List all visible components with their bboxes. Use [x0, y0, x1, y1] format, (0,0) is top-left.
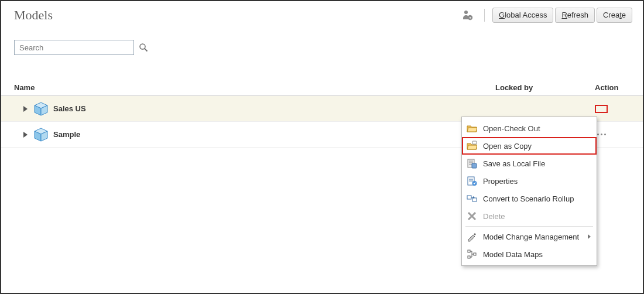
delete-icon [467, 211, 477, 221]
menu-label: Open as Copy [483, 142, 591, 151]
menu-save-local-file[interactable]: Save as Local File [462, 155, 597, 172]
menu-label: Convert to Scenario Rollup [483, 194, 591, 203]
folder-open-icon [467, 123, 477, 134]
page-title: Models [14, 8, 53, 23]
menu-open-check-out[interactable]: Open-Check Out [462, 119, 597, 137]
model-cube-icon [33, 101, 49, 117]
row-label[interactable]: Sales US [53, 104, 495, 113]
data-maps-icon [467, 249, 477, 259]
refresh-button[interactable]: Refresh [555, 8, 595, 23]
menu-label: Delete [483, 212, 591, 221]
header-divider [484, 9, 485, 22]
svg-rect-16 [472, 163, 477, 168]
menu-open-as-copy[interactable]: Open as Copy [462, 137, 597, 155]
svg-rect-21 [467, 196, 471, 199]
create-button[interactable]: Create [597, 8, 632, 23]
column-header-locked-by[interactable]: Locked by [495, 83, 595, 92]
global-access-button[interactable]: Global Access [492, 8, 553, 23]
column-header-name[interactable]: Name [14, 83, 495, 92]
search-row [1, 27, 643, 55]
convert-icon [467, 193, 477, 204]
expand-caret-icon[interactable] [23, 132, 28, 138]
model-cube-icon [33, 127, 49, 142]
folder-copy-icon [467, 141, 477, 151]
search-input[interactable] [14, 40, 134, 55]
menu-label: Properties [483, 177, 591, 186]
svg-text:?: ? [469, 16, 471, 20]
menu-convert-scenario-rollup[interactable]: Convert to Scenario Rollup [462, 190, 597, 207]
svg-line-4 [145, 49, 148, 52]
row-action-cell [595, 131, 630, 139]
row-actions-menu-button[interactable] [595, 105, 608, 113]
column-header-action: Action [595, 83, 630, 92]
page-header: Models ? Global Access Refresh Create [1, 1, 643, 27]
search-button[interactable] [136, 40, 150, 54]
submenu-arrow-icon [588, 234, 591, 239]
menu-label: Open-Check Out [483, 124, 591, 133]
save-file-icon [467, 158, 477, 169]
svg-point-3 [140, 44, 145, 49]
search-icon [139, 43, 148, 52]
menu-divider [465, 226, 593, 227]
table-header-row: Name Locked by Action [1, 80, 643, 96]
expand-caret-icon[interactable] [23, 106, 28, 112]
menu-label: Model Change Management [483, 233, 584, 241]
row-context-menu: Open-Check Out Open as Copy Save as Loca… [461, 117, 597, 266]
row-action-cell [595, 105, 630, 113]
svg-rect-26 [468, 256, 470, 258]
properties-icon [467, 176, 477, 186]
pencil-icon [467, 231, 477, 242]
row-label[interactable]: Sample [53, 130, 495, 139]
menu-delete: Delete [462, 207, 597, 225]
svg-rect-25 [468, 250, 470, 252]
svg-rect-27 [474, 253, 476, 255]
user-help-icon[interactable]: ? [462, 9, 474, 21]
menu-properties[interactable]: Properties [462, 172, 597, 190]
menu-label: Save as Local File [483, 159, 591, 168]
menu-label: Model Data Maps [483, 250, 591, 259]
menu-model-data-maps[interactable]: Model Data Maps [462, 245, 597, 263]
menu-model-change-management[interactable]: Model Change Management [462, 228, 597, 245]
svg-rect-11 [472, 141, 477, 144]
svg-point-0 [464, 11, 468, 14]
